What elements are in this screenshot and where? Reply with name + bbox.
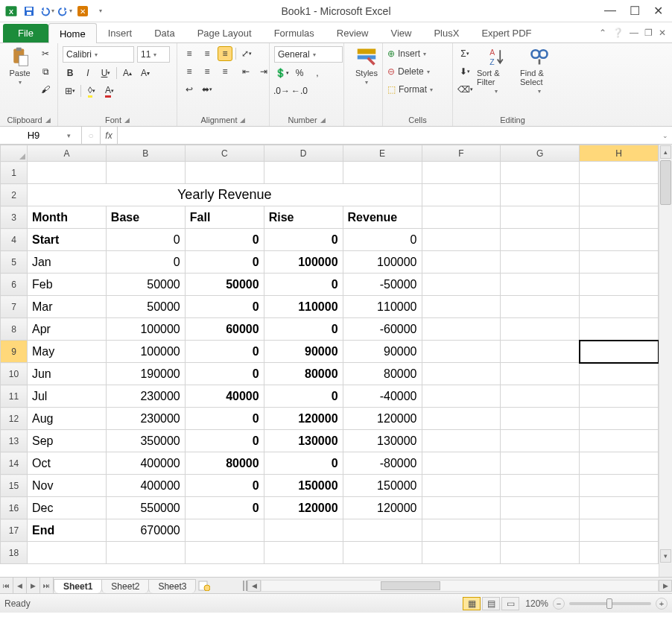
format-painter-button[interactable]: 🖌 bbox=[38, 82, 53, 97]
clipboard-dialog-launcher[interactable]: ◢ bbox=[45, 116, 51, 124]
cell-E15[interactable]: 150000 bbox=[343, 475, 422, 497]
orientation-button[interactable]: ⤢▾ bbox=[239, 46, 254, 61]
tab-scroll-first[interactable]: ⏮ bbox=[0, 578, 13, 593]
insert-cells-button[interactable]: ⊕Insert▾ bbox=[387, 46, 448, 61]
name-box[interactable]: ▾ bbox=[0, 127, 82, 144]
cell-E4[interactable]: 0 bbox=[343, 229, 422, 251]
zoom-out-button[interactable]: − bbox=[553, 598, 565, 610]
page-break-view-button[interactable]: ▭ bbox=[501, 597, 519, 610]
cell-D10[interactable]: 80000 bbox=[264, 363, 343, 385]
redo-button[interactable]: ▾ bbox=[57, 3, 73, 19]
wrap-text-button[interactable]: ↩ bbox=[182, 82, 197, 97]
tab-view[interactable]: View bbox=[379, 22, 422, 42]
cell-B7[interactable]: 50000 bbox=[106, 296, 185, 318]
minimize-button[interactable]: — bbox=[604, 4, 616, 18]
cell-A3[interactable]: Month bbox=[27, 206, 106, 229]
cell-C9[interactable]: 0 bbox=[185, 341, 264, 363]
cell-C15[interactable]: 0 bbox=[185, 475, 264, 497]
cell-F12[interactable] bbox=[422, 408, 501, 430]
row-header-11[interactable]: 11 bbox=[1, 385, 28, 408]
cell-E18[interactable] bbox=[343, 542, 422, 564]
cell-B10[interactable]: 190000 bbox=[106, 363, 185, 385]
cell-A9[interactable]: May bbox=[27, 341, 106, 363]
font-size-combo[interactable]: 11▾ bbox=[137, 46, 170, 63]
cell-B8[interactable]: 100000 bbox=[106, 318, 185, 341]
copy-button[interactable]: ⧉ bbox=[38, 64, 53, 79]
cell-H8[interactable] bbox=[580, 318, 659, 341]
cell-D18[interactable] bbox=[264, 542, 343, 564]
cell-A8[interactable]: Apr bbox=[27, 318, 106, 341]
cell-G17[interactable] bbox=[501, 519, 580, 542]
cell-H10[interactable] bbox=[580, 363, 659, 385]
cell-C12[interactable]: 0 bbox=[185, 408, 264, 430]
cell-E7[interactable]: 110000 bbox=[343, 296, 422, 318]
cell-F9[interactable] bbox=[422, 341, 501, 363]
cell-G15[interactable] bbox=[501, 475, 580, 497]
undo-button[interactable]: ▾ bbox=[39, 3, 55, 19]
tab-scroll-prev[interactable]: ◀ bbox=[13, 578, 27, 593]
align-center-button[interactable]: ≡ bbox=[200, 64, 215, 79]
row-header-8[interactable]: 8 bbox=[1, 318, 28, 341]
cell-A14[interactable]: Oct bbox=[27, 452, 106, 475]
cell-A12[interactable]: Aug bbox=[27, 408, 106, 430]
cell-H1[interactable] bbox=[580, 162, 659, 184]
cell-C18[interactable] bbox=[185, 542, 264, 564]
cell-F17[interactable] bbox=[422, 519, 501, 542]
horizontal-scrollbar[interactable]: ◀ ▶ bbox=[243, 578, 672, 593]
grid[interactable]: ABCDEFGH12Yearly Revenue3MonthBaseFallRi… bbox=[0, 145, 659, 564]
cell-C16[interactable]: 0 bbox=[185, 497, 264, 519]
cell-F8[interactable] bbox=[422, 318, 501, 341]
cell-E6[interactable]: -50000 bbox=[343, 274, 422, 296]
cell-F2[interactable] bbox=[422, 184, 501, 206]
cell-H18[interactable] bbox=[580, 542, 659, 564]
cell-F10[interactable] bbox=[422, 363, 501, 385]
cell-H5[interactable] bbox=[580, 251, 659, 274]
cell-G9[interactable] bbox=[501, 341, 580, 363]
name-box-input[interactable] bbox=[0, 130, 67, 141]
scroll-up-arrow[interactable]: ▴ bbox=[660, 145, 671, 159]
plusx-qat-button[interactable]: ✕ bbox=[75, 3, 91, 19]
cell-A7[interactable]: Mar bbox=[27, 296, 106, 318]
row-header-4[interactable]: 4 bbox=[1, 229, 28, 251]
cell-H3[interactable] bbox=[580, 206, 659, 229]
cell-C1[interactable] bbox=[185, 162, 264, 184]
cell-A11[interactable]: Jul bbox=[27, 385, 106, 408]
tab-file[interactable]: File bbox=[3, 24, 48, 42]
cut-button[interactable]: ✂ bbox=[38, 46, 53, 61]
cell-G7[interactable] bbox=[501, 296, 580, 318]
workbook-close-icon[interactable]: ✕ bbox=[659, 28, 666, 38]
cell-G4[interactable] bbox=[501, 229, 580, 251]
scroll-right-arrow[interactable]: ▶ bbox=[659, 580, 672, 592]
normal-view-button[interactable]: ▦ bbox=[463, 597, 481, 610]
cell-A1[interactable] bbox=[27, 162, 106, 184]
row-header-13[interactable]: 13 bbox=[1, 430, 28, 452]
cell-C3[interactable]: Fall bbox=[185, 206, 264, 229]
cell-H13[interactable] bbox=[580, 430, 659, 452]
borders-button[interactable]: ⊞▾ bbox=[63, 83, 77, 98]
scroll-left-arrow[interactable]: ◀ bbox=[247, 580, 261, 592]
cell-E10[interactable]: 80000 bbox=[343, 363, 422, 385]
cell-F14[interactable] bbox=[422, 452, 501, 475]
tab-home[interactable]: Home bbox=[48, 23, 97, 43]
align-bottom-button[interactable]: ≡ bbox=[218, 46, 232, 61]
hscroll-thumb[interactable] bbox=[381, 581, 440, 590]
tab-page-layout[interactable]: Page Layout bbox=[186, 22, 263, 42]
increase-decimal-button[interactable]: .0→ bbox=[274, 83, 289, 98]
cell-D12[interactable]: 120000 bbox=[264, 408, 343, 430]
cell-D11[interactable]: 0 bbox=[264, 385, 343, 408]
cell-E5[interactable]: 100000 bbox=[343, 251, 422, 274]
tab-scroll-next[interactable]: ▶ bbox=[27, 578, 40, 593]
cell-F3[interactable] bbox=[422, 206, 501, 229]
cell-G18[interactable] bbox=[501, 542, 580, 564]
find-select-button[interactable]: Find & Select▾ bbox=[520, 46, 559, 95]
save-button[interactable] bbox=[21, 3, 37, 19]
name-box-dropdown[interactable]: ▾ bbox=[67, 132, 74, 139]
cell-H9[interactable] bbox=[580, 341, 659, 363]
cell-A16[interactable]: Dec bbox=[27, 497, 106, 519]
scroll-down-arrow[interactable]: ▾ bbox=[660, 549, 671, 563]
cell-A10[interactable]: Jun bbox=[27, 363, 106, 385]
col-header-A[interactable]: A bbox=[27, 145, 106, 162]
cell-G16[interactable] bbox=[501, 497, 580, 519]
row-header-7[interactable]: 7 bbox=[1, 296, 28, 318]
col-header-H[interactable]: H bbox=[580, 145, 659, 162]
